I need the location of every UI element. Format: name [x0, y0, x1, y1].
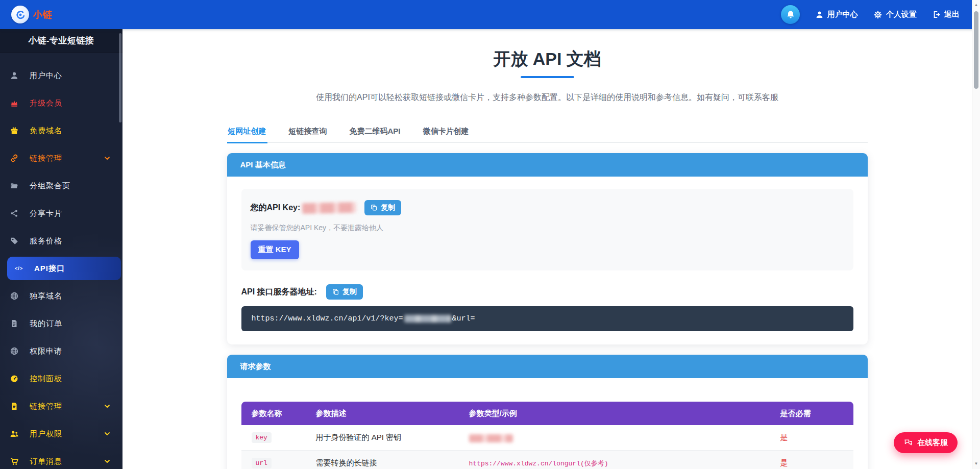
api-info-panel-body: 您的API Key: 复制 请妥善保管您的API Key，不要泄露给他人 重置 …: [227, 177, 868, 344]
sidebar-item-7[interactable]: </> API接口: [7, 257, 121, 280]
chevron-down-icon: [103, 402, 111, 410]
sidebar-item-label: 链接管理: [30, 154, 62, 163]
sidebar-item-8[interactable]: 独享域名: [0, 282, 122, 310]
reset-key-button[interactable]: 重置 KEY: [251, 240, 299, 259]
sidebar-item-label: 权限申请: [30, 347, 62, 356]
cart-icon: [10, 457, 19, 466]
scrollbar-up-arrow[interactable]: ▲: [972, 2, 980, 8]
sidebar-menu: 用户中心 升级会员 免费域名 链接管理 分组聚合页 分享卡片 服务价格 </> …: [0, 53, 122, 469]
svg-text:</>: </>: [15, 266, 23, 271]
sidebar-item-label: 免费域名: [30, 126, 62, 136]
endpoint-url-prefix: https://www.xldwz.cn/api/v1/?key=: [252, 314, 403, 323]
redacted-endpoint-key: [404, 315, 451, 323]
page-title: 开放 API 文档: [227, 47, 868, 71]
sidebar-item-3[interactable]: 链接管理: [0, 144, 122, 172]
online-support-label: 在线客服: [917, 438, 948, 448]
api-endpoint-code: https://www.xldwz.cn/api/v1/?key= &url=: [241, 306, 853, 331]
sidebar-item-label: 服务价格: [30, 236, 62, 246]
sidebar-item-2[interactable]: 免费域名: [0, 117, 122, 144]
sidebar-title: 小链-专业短链接: [0, 29, 122, 53]
sidebar-item-4[interactable]: 分组聚合页: [0, 172, 122, 200]
sidebar-item-label: 订单消息: [30, 457, 62, 466]
api-info-panel: API 基本信息 您的API Key: 复制 请妥善保管您的API Key，不要: [227, 153, 868, 344]
tab-2[interactable]: 免费二维码API: [349, 121, 402, 143]
chevron-down-icon: [103, 430, 111, 438]
crown-icon: [10, 98, 19, 108]
sidebar-item-label: 用户权限: [30, 429, 62, 439]
sidebar-item-label: 我的订单: [30, 319, 62, 329]
logout-icon: [932, 10, 941, 19]
sidebar-item-14[interactable]: 订单消息: [0, 448, 122, 469]
sidebar-item-label: 控制面板: [30, 374, 62, 384]
nav-user-center-label: 用户中心: [827, 10, 858, 19]
copy-icon: [332, 288, 339, 295]
param-name-code: url: [252, 458, 272, 468]
dashboard-icon: [10, 374, 19, 383]
gift-icon: [10, 126, 19, 135]
sidebar-item-6[interactable]: 服务价格: [0, 227, 122, 255]
chevron-down-icon: [103, 154, 111, 162]
copy-server-url-button[interactable]: 复制: [326, 284, 363, 300]
sidebar-item-10[interactable]: 权限申请: [0, 337, 122, 365]
sidebar-item-0[interactable]: 用户中心: [0, 62, 122, 89]
brand-name: 小链: [33, 9, 53, 21]
main-area: 开放 API 文档 使用我们的API可以轻松获取短链接或微信卡片，支持多种参数配…: [122, 0, 980, 469]
api-key-card: 您的API Key: 复制 请妥善保管您的API Key，不要泄露给他人 重置 …: [241, 189, 853, 270]
sidebar-item-label: API接口: [34, 264, 65, 274]
globe-icon: [10, 347, 19, 356]
endpoint-url-suffix: &url=: [452, 314, 475, 323]
nav-personal-settings[interactable]: 个人设置: [873, 10, 917, 19]
param-example-redacted: [469, 434, 513, 442]
online-support-button[interactable]: 在线客服: [894, 432, 958, 453]
chevron-down-icon: [103, 457, 111, 465]
folder-icon: [10, 181, 19, 190]
bell-icon: [786, 10, 796, 20]
tag-icon: [10, 236, 19, 245]
nav-logout-label: 退出: [944, 10, 960, 19]
sidebar-scrollbar-thumb[interactable]: [119, 33, 121, 122]
redacted-api-key: [302, 202, 356, 213]
params-table-row-1: url 需要转换的长链接 https://www.xldwz.cn/longur…: [241, 451, 853, 469]
nav-user-center[interactable]: 用户中心: [815, 10, 858, 19]
sidebar-item-9[interactable]: 我的订单: [0, 310, 122, 337]
tab-3[interactable]: 微信卡片创建: [422, 121, 470, 143]
scrollbar-thumb[interactable]: [974, 11, 978, 89]
params-table-row-0: key 用于身份验证的 API 密钥 是: [241, 425, 853, 451]
tab-0[interactable]: 短网址创建: [227, 121, 267, 143]
copy-api-key-button[interactable]: 复制: [364, 200, 401, 215]
sidebar-item-1[interactable]: 升级会员: [0, 89, 122, 117]
param-desc: 需要转换的长链接: [316, 458, 469, 468]
server-address-label: API 接口服务器地址:: [241, 287, 317, 298]
sidebar-item-11[interactable]: 控制面板: [0, 365, 122, 392]
nav-logout[interactable]: 退出: [932, 10, 960, 19]
sidebar-item-label: 独享域名: [30, 291, 62, 301]
notifications-button[interactable]: [781, 5, 800, 24]
brand-logo-icon: [11, 6, 29, 23]
request-params-panel-header: 请求参数: [227, 355, 868, 378]
request-params-panel-body: 参数名称 参数描述 参数类型/示例 是否必需 key 用于身份验证的 API 密…: [227, 378, 868, 469]
globe-icon: [10, 291, 19, 301]
request-params-panel: 请求参数 参数名称 参数描述 参数类型/示例 是否必需 key 用于身份验证的 …: [227, 355, 868, 469]
col-param-name: 参数名称: [241, 409, 316, 418]
copy-server-url-label: 复制: [342, 287, 357, 297]
brand[interactable]: 小链: [11, 6, 53, 23]
scrollbar-down-arrow[interactable]: ▼: [972, 461, 980, 467]
nav-personal-settings-label: 个人设置: [886, 10, 917, 19]
sidebar-item-13[interactable]: 用户权限: [0, 420, 122, 448]
title-underline: [521, 76, 574, 78]
sidebar-item-5[interactable]: 分享卡片: [0, 200, 122, 227]
sidebar-item-label: 升级会员: [30, 98, 62, 108]
col-param-desc: 参数描述: [316, 409, 469, 418]
top-navbar: 小链 用户中心 个人设置 退出: [0, 0, 980, 29]
page-scrollbar[interactable]: ▲ ▼: [972, 0, 980, 469]
chat-icon: [903, 438, 913, 448]
share-icon: [10, 209, 19, 218]
users-icon: [10, 429, 19, 438]
sidebar-item-label: 链接管理: [30, 402, 62, 411]
param-required: 是: [780, 458, 788, 467]
user-icon: [10, 71, 19, 80]
sidebar-item-12[interactable]: 链接管理: [0, 392, 122, 420]
content-column: 开放 API 文档 使用我们的API可以轻松获取短链接或微信卡片，支持多种参数配…: [227, 47, 868, 469]
tab-1[interactable]: 短链接查询: [288, 121, 328, 143]
params-table: 参数名称 参数描述 参数类型/示例 是否必需 key 用于身份验证的 API 密…: [241, 402, 853, 469]
